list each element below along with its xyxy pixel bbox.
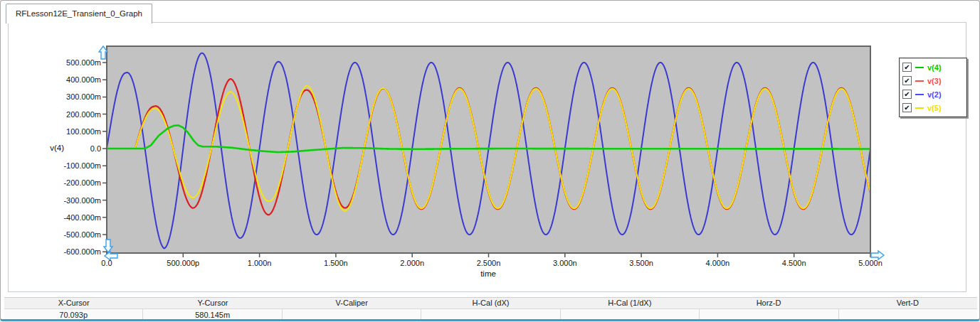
cursor-col-header: Vert-D <box>838 298 977 308</box>
cursor-col-value <box>421 309 560 321</box>
cursor-readout-table: X-CursorY-CursorV-CaliperH-Cal (dX)H-Cal… <box>4 297 977 321</box>
cursor-col-header: X-Cursor <box>4 298 143 308</box>
cursor-col-header: H-Cal (dX) <box>421 298 560 308</box>
plot-area[interactable] <box>9 23 966 291</box>
legend-row: ✔v(3) <box>902 74 964 87</box>
legend-checkbox[interactable]: ✔ <box>902 103 912 112</box>
x-tick-label: 3.500n <box>613 258 670 268</box>
x-tick-label: 3.000n <box>537 258 594 268</box>
cursor-col-value <box>561 309 700 321</box>
legend-label: v(5) <box>927 104 942 112</box>
cursor-col-header: Y-Cursor <box>143 298 282 308</box>
legend-row: ✔v(2) <box>902 87 964 101</box>
x-tick-label: 2.000n <box>384 258 441 268</box>
y-tick-label: 200.000m <box>48 109 101 119</box>
cursor-table-value-row: 70.093p580.145m <box>4 309 977 321</box>
legend-dash-icon <box>915 67 924 68</box>
graph-window: RFLesson12E_Transient_0_Graph 500.000m40… <box>0 0 980 321</box>
legend-label: v(3) <box>927 77 942 85</box>
cursor-col-header: H-Cal (1/dX) <box>560 298 699 308</box>
y-tick-label: 100.000m <box>48 127 101 136</box>
graph-panel: 500.000m400.000m300.000m200.000m100.000m… <box>8 22 966 292</box>
legend-checkbox[interactable]: ✔ <box>902 76 912 85</box>
legend-dash-icon <box>915 107 924 109</box>
y-tick-label: -200.000m <box>48 178 101 188</box>
legend-checkbox[interactable]: ✔ <box>902 63 912 72</box>
x-tick-label: 2.500n <box>460 258 517 268</box>
y-tick-label: -100.000m <box>48 161 101 171</box>
legend-checkbox[interactable]: ✔ <box>902 90 912 99</box>
cursor-col-value <box>283 309 421 321</box>
x-tick-label: 1.000n <box>231 258 288 268</box>
cursor-col-header: Horz-D <box>699 298 838 308</box>
legend-label: v(4) <box>927 63 942 72</box>
y-tick-label: -300.000m <box>48 195 101 205</box>
cursor-col-value: 580.145m <box>143 309 282 321</box>
legend-label: v(2) <box>927 90 942 99</box>
x-tick-label: 4.500n <box>766 258 823 268</box>
x-tick-label: 1.500n <box>307 258 364 268</box>
cursor-col-value <box>839 309 977 321</box>
legend-row: ✔v(5) <box>902 101 964 114</box>
y-tick-label: 300.000m <box>48 92 101 102</box>
y-tick-label: 500.000m <box>48 58 101 68</box>
legend-box: ✔v(4)✔v(3)✔v(2)✔v(5) <box>899 58 967 117</box>
cursor-table-header-row: X-CursorY-CursorV-CaliperH-Cal (dX)H-Cal… <box>4 298 977 309</box>
x-tick-label: 0.0 <box>78 258 135 268</box>
x-tick-label: 5.000n <box>842 258 899 268</box>
y-axis-title: v(4) <box>36 144 64 152</box>
cursor-col-value: 70.093p <box>4 309 143 321</box>
legend-dash-icon <box>915 94 924 95</box>
x-axis-title: time <box>460 269 517 278</box>
tab-transient-graph[interactable]: RFLesson12E_Transient_0_Graph <box>6 4 152 23</box>
y-tick-label: -500.000m <box>48 230 101 240</box>
x-tick-label: 4.000n <box>689 258 746 268</box>
legend-row: ✔v(4) <box>902 60 964 74</box>
cursor-col-header: V-Caliper <box>283 298 421 308</box>
x-tick-label: 500.000p <box>154 258 211 268</box>
legend-dash-icon <box>915 80 924 82</box>
cursor-col-value <box>700 309 838 321</box>
y-tick-label: -400.000m <box>48 213 101 222</box>
y-tick-label: 400.000m <box>48 75 101 85</box>
y-tick-label: -600.000m <box>48 247 101 257</box>
